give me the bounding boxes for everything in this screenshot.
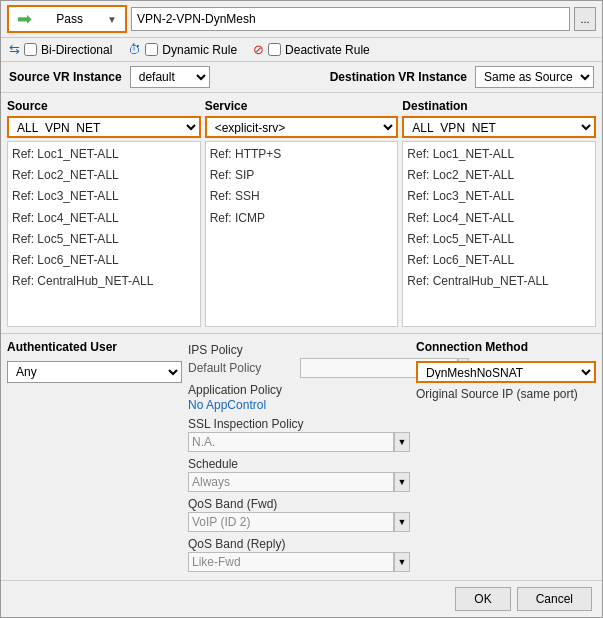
bidirectional-checkbox[interactable] — [24, 43, 37, 56]
connection-header: Connection Method — [416, 340, 596, 354]
list-item: Ref: Loc5_NET-ALL — [10, 229, 198, 250]
service-list[interactable]: Ref: HTTP+S Ref: SIP Ref: SSH Ref: ICMP — [205, 141, 399, 327]
dynamic-rule-icon: ⏱ — [128, 42, 141, 57]
service-header: Service — [205, 99, 399, 113]
auth-column: Authenticated User Any — [7, 340, 182, 574]
deactivate-label: Deactivate Rule — [285, 43, 370, 57]
deactivate-checkbox[interactable] — [268, 43, 281, 56]
options-row: ⇆ Bi-Directional ⏱ Dynamic Rule ⊘ Deacti… — [1, 38, 602, 62]
list-item: Ref: Loc1_NET-ALL — [405, 144, 593, 165]
destination-header: Destination — [402, 99, 596, 113]
no-appcontrol-row: No AppControl — [188, 398, 410, 412]
list-item: Ref: ICMP — [208, 208, 396, 229]
service-column: Service <explicit-srv> Ref: HTTP+S Ref: … — [205, 99, 399, 327]
connection-column: Connection Method DynMeshNoSNAT Original… — [416, 340, 596, 574]
like-fwd-arrow[interactable]: ▼ — [394, 552, 410, 572]
list-item: Ref: Loc1_NET-ALL — [10, 144, 198, 165]
dest-vr-label: Destination VR Instance — [330, 70, 467, 84]
schedule-label: Schedule — [188, 457, 410, 471]
always-input[interactable] — [188, 472, 394, 492]
list-item: Ref: Loc6_NET-ALL — [10, 250, 198, 271]
ips-policy-label: IPS Policy — [188, 343, 410, 357]
name-input[interactable] — [131, 7, 570, 31]
connection-select[interactable]: DynMeshNoSNAT — [416, 361, 596, 383]
list-item: Ref: Loc6_NET-ALL — [405, 250, 593, 271]
source-header: Source — [7, 99, 201, 113]
cancel-button[interactable]: Cancel — [517, 587, 592, 611]
no-appcontrol-value: No AppControl — [188, 398, 410, 412]
dynamic-rule-label: Dynamic Rule — [162, 43, 237, 57]
na-input-group: ▼ — [188, 432, 410, 452]
always-row: ▼ — [188, 472, 410, 492]
auth-select[interactable]: Any — [7, 361, 182, 383]
dynamic-rule-option[interactable]: ⏱ Dynamic Rule — [128, 42, 237, 57]
list-item: Ref: Loc3_NET-ALL — [10, 186, 198, 207]
bottom-section: Authenticated User Any IPS Policy Defaul… — [1, 333, 602, 580]
deactivate-option[interactable]: ⊘ Deactivate Rule — [253, 42, 370, 57]
qos-reply-label: QoS Band (Reply) — [188, 537, 410, 551]
source-column: Source ALL_VPN_NET Ref: Loc1_NET-ALL Ref… — [7, 99, 201, 327]
source-select[interactable]: ALL_VPN_NET — [7, 116, 201, 138]
connection-info: Original Source IP (same port) — [416, 387, 596, 401]
dest-vr-select[interactable]: Same as Source — [475, 66, 594, 88]
list-item: Ref: Loc2_NET-ALL — [405, 165, 593, 186]
voip-row: ▼ — [188, 512, 410, 532]
list-item: Ref: HTTP+S — [208, 144, 396, 165]
dialog: ➡ Pass ▼ ... ⇆ Bi-Directional ⏱ Dynamic … — [0, 0, 603, 618]
default-policy-row: Default Policy ▼ — [188, 358, 410, 378]
auth-header: Authenticated User — [7, 340, 182, 354]
source-list[interactable]: Ref: Loc1_NET-ALL Ref: Loc2_NET-ALL Ref:… — [7, 141, 201, 327]
destination-column: Destination ALL_VPN_NET Ref: Loc1_NET-AL… — [402, 99, 596, 327]
default-policy-input-group: ▼ — [300, 358, 410, 378]
list-item: Ref: Loc4_NET-ALL — [405, 208, 593, 229]
vr-row: Source VR Instance default Destination V… — [1, 62, 602, 93]
always-arrow[interactable]: ▼ — [394, 472, 410, 492]
list-item: Ref: Loc3_NET-ALL — [405, 186, 593, 207]
footer: OK Cancel — [1, 580, 602, 617]
list-item: Ref: CentralHub_NET-ALL — [10, 271, 198, 292]
like-fwd-row: ▼ — [188, 552, 410, 572]
top-bar: ➡ Pass ▼ ... — [1, 1, 602, 38]
app-policy-section-label: Application Policy — [188, 383, 410, 397]
source-vr-label: Source VR Instance — [9, 70, 122, 84]
pass-label: Pass — [38, 12, 101, 26]
like-fwd-input[interactable] — [188, 552, 394, 572]
list-item: Ref: Loc5_NET-ALL — [405, 229, 593, 250]
main-section: Source ALL_VPN_NET Ref: Loc1_NET-ALL Ref… — [1, 93, 602, 333]
like-fwd-input-group: ▼ — [188, 552, 410, 572]
na-arrow[interactable]: ▼ — [394, 432, 410, 452]
browse-button[interactable]: ... — [574, 7, 596, 31]
na-row: ▼ — [188, 432, 410, 452]
voip-input[interactable] — [188, 512, 394, 532]
pass-button[interactable]: ➡ Pass ▼ — [7, 5, 127, 33]
service-select[interactable]: <explicit-srv> — [205, 116, 399, 138]
destination-select[interactable]: ALL_VPN_NET — [402, 116, 596, 138]
default-policy-label: Default Policy — [188, 361, 300, 375]
always-input-group: ▼ — [188, 472, 410, 492]
bidirectional-label: Bi-Directional — [41, 43, 112, 57]
list-item: Ref: SIP — [208, 165, 396, 186]
na-input[interactable] — [188, 432, 394, 452]
destination-list[interactable]: Ref: Loc1_NET-ALL Ref: Loc2_NET-ALL Ref:… — [402, 141, 596, 327]
list-item: Ref: Loc2_NET-ALL — [10, 165, 198, 186]
dynamic-rule-checkbox[interactable] — [145, 43, 158, 56]
voip-arrow[interactable]: ▼ — [394, 512, 410, 532]
list-item: Ref: CentralHub_NET-ALL — [405, 271, 593, 292]
policies-column: IPS Policy Default Policy ▼ Application … — [188, 340, 410, 574]
ok-button[interactable]: OK — [455, 587, 510, 611]
source-vr-select[interactable]: default — [130, 66, 210, 88]
voip-input-group: ▼ — [188, 512, 410, 532]
ssl-policy-label: SSL Inspection Policy — [188, 417, 410, 431]
pass-chevron-icon: ▼ — [107, 14, 117, 25]
pass-arrow-icon: ➡ — [17, 10, 32, 28]
list-item: Ref: SSH — [208, 186, 396, 207]
list-item: Ref: Loc4_NET-ALL — [10, 208, 198, 229]
bidirectional-option[interactable]: ⇆ Bi-Directional — [9, 42, 112, 57]
bidirectional-icon: ⇆ — [9, 42, 20, 57]
deactivate-icon: ⊘ — [253, 42, 264, 57]
qos-fwd-label: QoS Band (Fwd) — [188, 497, 410, 511]
